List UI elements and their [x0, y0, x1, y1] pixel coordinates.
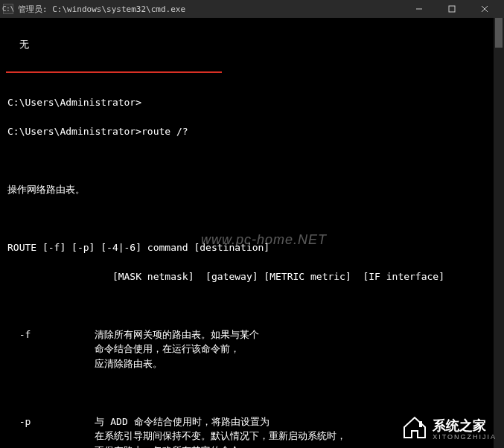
- svg-rect-4: [419, 421, 422, 427]
- option-f: -f 清除所有网关项的路由表。如果与某个 命令结合使用，在运行该命令前， 应清除…: [7, 327, 497, 371]
- scrollbar-vertical[interactable]: [494, 18, 504, 448]
- prompt-line: C:\Users\Administrator>route /?: [7, 124, 497, 139]
- cmd-icon: C:\: [3, 4, 13, 14]
- highlight-underline: [6, 71, 222, 73]
- terminal-output[interactable]: 无 C:\Users\Administrator> C:\Users\Admin…: [0, 18, 504, 448]
- window-title: 管理员: C:\windows\system32\cmd.exe: [18, 4, 403, 15]
- scrollbar-thumb[interactable]: [495, 18, 503, 48]
- prompt-path: C:\Users\Administrator>: [7, 126, 141, 137]
- output-line: [7, 211, 497, 226]
- house-icon: [401, 414, 428, 444]
- usage-line: ROUTE [-f] [-p] [-4|-6] command [destina…: [7, 240, 497, 255]
- output-line: 操作网络路由表。: [7, 182, 497, 197]
- logo-sub-text: XITONGZHIJIA: [433, 433, 497, 441]
- window-titlebar: C:\ 管理员: C:\windows\system32\cmd.exe: [0, 0, 504, 18]
- output-line: [7, 385, 497, 400]
- svg-rect-1: [449, 6, 455, 12]
- usage-line: [MASK netmask] [gateway] [METRIC metric]…: [7, 269, 497, 284]
- output-line: 无: [7, 37, 497, 52]
- maximize-button[interactable]: [436, 1, 468, 17]
- logo-main-text: 系统之家: [433, 417, 497, 435]
- prompt-line: C:\Users\Administrator>: [7, 95, 497, 110]
- output-line: [7, 153, 497, 168]
- minimize-button[interactable]: [403, 1, 436, 17]
- close-button[interactable]: [468, 1, 501, 17]
- site-logo: 系统之家 XITONGZHIJIA: [401, 414, 497, 444]
- output-line: [7, 66, 497, 81]
- output-line: [7, 298, 497, 313]
- entered-command: route /?: [141, 126, 188, 137]
